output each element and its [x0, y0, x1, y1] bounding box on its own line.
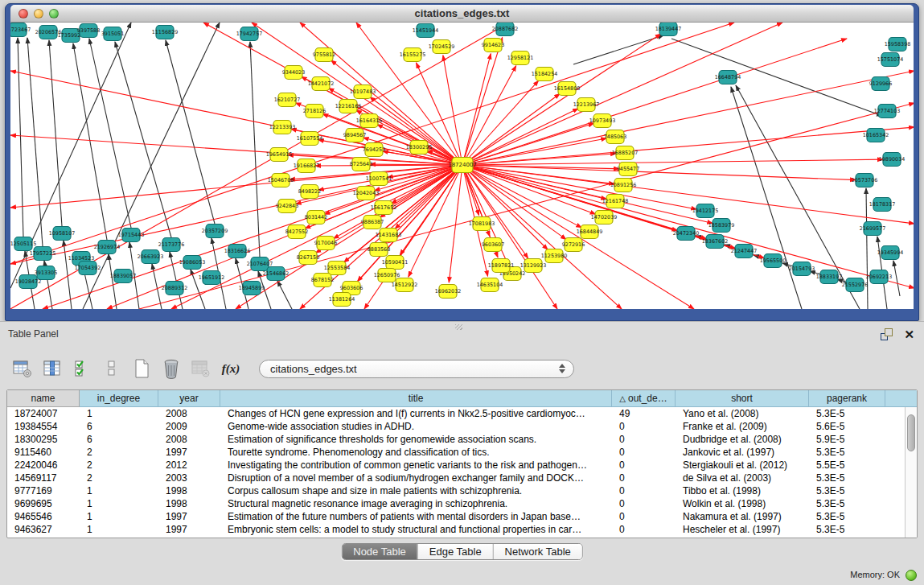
graph-node[interactable]: 8031442 — [305, 211, 327, 225]
graph-node[interactable]: 17942757 — [236, 27, 263, 41]
table-cell[interactable]: 9777169 — [7, 484, 80, 497]
graph-node[interactable]: 8678152 — [311, 274, 334, 287]
graph-node[interactable]: 9170046 — [314, 237, 337, 250]
table-cell[interactable]: Corpus callosum shape and size in male p… — [220, 484, 612, 497]
graph-node[interactable]: 18839057 — [110, 270, 137, 283]
graph-node[interactable]: 20663923 — [138, 250, 164, 264]
table-cell[interactable]: 5.3E-5 — [809, 497, 885, 510]
graph-node[interactable]: 21247447 — [731, 245, 758, 258]
graph-node[interactable]: 16210727 — [274, 93, 301, 107]
table-cell[interactable]: 0 — [612, 420, 676, 433]
column-header-title[interactable]: title — [220, 390, 612, 407]
graph-node[interactable]: 19345994 — [877, 246, 904, 260]
row-height-icon[interactable] — [101, 357, 123, 380]
graph-node[interactable]: 12213393 — [269, 121, 296, 134]
graph-node[interactable]: 9455477 — [617, 163, 639, 176]
graph-node[interactable]: 18583979 — [708, 219, 735, 233]
graph-node[interactable]: 10590411 — [382, 256, 409, 270]
graph-node[interactable]: 9272916 — [562, 238, 585, 252]
table-cell[interactable]: 5.9E-5 — [809, 433, 885, 446]
graph-node[interactable]: 19890034 — [879, 153, 906, 167]
table-cell[interactable]: 5.3E-5 — [809, 407, 885, 420]
graph-node[interactable]: 19565500 — [760, 254, 786, 268]
table-cell[interactable]: 18724007 — [7, 407, 80, 420]
table-cell[interactable]: Tourette syndrome. Phenomenology and cla… — [220, 446, 612, 459]
table-cell[interactable]: 2008 — [158, 407, 220, 420]
table-cell[interactable]: 22420046 — [7, 459, 80, 472]
table-cell[interactable]: 5.3E-5 — [809, 523, 885, 536]
table-select-dropdown[interactable]: citations_edges.txt — [259, 360, 574, 378]
table-cell[interactable]: 2 — [80, 446, 158, 459]
graph-node[interactable]: 9129966 — [869, 77, 892, 91]
graph-node[interactable]: 8498222 — [298, 185, 321, 199]
table-row[interactable]: 946362711997Embryonic stem cells: a mode… — [7, 523, 917, 536]
graph-node[interactable]: 7694253 — [363, 143, 385, 157]
zoom-window-icon[interactable] — [49, 9, 59, 19]
graph-node[interactable]: 9603607 — [482, 238, 504, 252]
table-cell[interactable]: 1997 — [158, 510, 220, 523]
graph-node[interactable]: 15184254 — [532, 68, 558, 81]
minimize-window-icon[interactable] — [34, 9, 43, 19]
table-cell[interactable]: Investigating the contribution of common… — [220, 459, 612, 472]
table-cell[interactable]: Disruption of a novel member of a sodium… — [220, 472, 612, 484]
table-cell[interactable]: Yano et al. (2008) — [676, 407, 809, 420]
table-cell[interactable]: Stergiakouli et al. (2012) — [676, 459, 809, 472]
table-row[interactable]: 1872400712008Changes of HCN gene express… — [7, 407, 917, 420]
table-cell[interactable]: 5.3E-5 — [809, 484, 885, 497]
graph-node[interactable]: 21552976 — [842, 278, 869, 292]
table-cell[interactable]: 49 — [612, 407, 676, 420]
graph-node[interactable]: 9397588 — [77, 24, 100, 38]
graph-node[interactable]: 8725643 — [350, 158, 372, 171]
table-cell[interactable]: 1 — [80, 523, 158, 536]
graph-node[interactable]: 15723467 — [10, 23, 31, 37]
table-row[interactable]: 1456911722003Disruption of a novel membe… — [7, 472, 917, 484]
column-header-short[interactable]: short — [676, 390, 809, 407]
graph-node[interactable]: 12774103 — [874, 105, 901, 118]
graph-node[interactable]: 17024529 — [429, 40, 455, 54]
table-cell[interactable]: 2 — [80, 459, 158, 472]
table-cell[interactable]: 0 — [612, 472, 676, 484]
graph-node[interactable]: 9242843 — [276, 200, 298, 213]
column-header-name[interactable]: name — [7, 390, 80, 407]
network-window[interactable]: citations_edges.txt 97558129344023144210… — [5, 3, 919, 321]
table-cell[interactable]: 2003 — [158, 472, 220, 484]
selection-mode-icon[interactable] — [71, 357, 93, 380]
panel-resize-handle[interactable] — [455, 324, 462, 330]
table-cell[interactable]: 5.3E-5 — [809, 472, 885, 484]
table-cell[interactable]: Dudbridge et al. (2008) — [676, 433, 809, 446]
graph-node[interactable]: 10958107 — [49, 227, 76, 241]
graph-node[interactable]: 17081983 — [469, 217, 495, 231]
table-cell[interactable]: 5.6E-5 — [809, 420, 885, 433]
graph-node[interactable]: 16107554 — [297, 132, 323, 146]
table-cell[interactable]: Nakamura et al. (1997) — [676, 510, 809, 523]
graph-node[interactable]: 10197483 — [350, 85, 376, 99]
graph-node[interactable]: 20357209 — [202, 225, 228, 238]
table-cell[interactable]: 1 — [80, 484, 158, 497]
graph-node[interactable]: 2718126 — [303, 105, 326, 118]
table-row[interactable]: 1938455462009Genome-wide association stu… — [7, 420, 917, 433]
column-header-in_degree[interactable]: in_degree — [80, 390, 158, 407]
table-cell[interactable]: 18300295 — [7, 433, 80, 446]
table-cell[interactable]: 1 — [80, 497, 158, 510]
column-header-year[interactable]: year — [158, 390, 220, 407]
tab-edge-table[interactable]: Edge Table — [417, 544, 493, 559]
graph-node[interactable]: 9344023 — [282, 66, 305, 80]
table-cell[interactable]: 1997 — [158, 446, 220, 459]
graph-node[interactable]: 18724007 — [448, 158, 477, 173]
table-cell[interactable]: 2008 — [158, 433, 220, 446]
table-cell[interactable]: 0 — [612, 510, 676, 523]
graph-node[interactable]: 14702039 — [591, 211, 618, 225]
table-cell[interactable]: Hescheler et al. (1997) — [676, 523, 809, 536]
graph-node[interactable]: 9886387 — [361, 216, 384, 229]
close-panel-icon[interactable]: ✕ — [904, 328, 914, 340]
column-header-out_de[interactable]: △out_de… — [612, 390, 676, 407]
graph-node[interactable]: 10165342 — [863, 129, 889, 142]
table-row[interactable]: 977716911998Corpus callosum shape and si… — [7, 484, 917, 497]
table-settings-icon[interactable] — [11, 357, 34, 380]
new-table-icon[interactable] — [130, 357, 153, 380]
graph-node[interactable]: 20692213 — [866, 270, 893, 284]
table-cell[interactable]: 19384554 — [7, 420, 80, 433]
table-cell[interactable]: 9465546 — [7, 510, 80, 523]
graph-node[interactable]: 20573706 — [852, 174, 878, 187]
table-cell[interactable]: Changes of HCN gene expression and I(f) … — [220, 407, 612, 420]
